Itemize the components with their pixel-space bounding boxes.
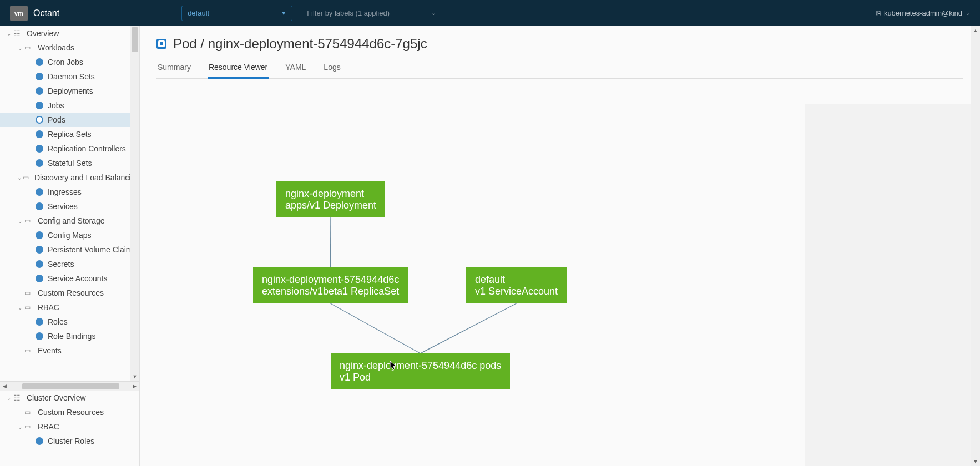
nav-item-replication-controllers[interactable]: Replication Controllers <box>0 141 139 156</box>
nav-label: Custom Resources <box>38 408 104 417</box>
nav-item-stateful-sets[interactable]: Stateful Sets <box>0 156 139 170</box>
resource-icon <box>36 318 43 326</box>
nav-label: Services <box>48 202 78 211</box>
nav-item-deployments[interactable]: Deployments <box>0 84 139 98</box>
node-kind: v1 ServiceAccount <box>475 286 558 297</box>
graph-node-replicaset[interactable]: nginx-deployment-5754944d6cextensions/v1… <box>253 267 408 303</box>
tab-logs[interactable]: Logs <box>322 59 341 79</box>
sidebar: ⌄☷Overview⌄▭WorkloadsCron JobsDaemon Set… <box>0 26 140 466</box>
nav-item-role-bindings[interactable]: Role Bindings <box>0 329 139 343</box>
node-kind: extensions/v1beta1 ReplicaSet <box>262 286 399 297</box>
nav-group-events[interactable]: ▭Events <box>0 343 139 358</box>
sidebar-scrollbar-horizontal[interactable]: ◀ ▶ <box>0 381 139 391</box>
folder-icon: ▭ <box>24 44 34 52</box>
nav-item-cron-jobs[interactable]: Cron Jobs <box>0 55 139 69</box>
nav-label: Jobs <box>48 101 64 110</box>
label-filter-select[interactable]: Filter by labels (1 applied) ⌄ <box>304 6 439 21</box>
chevron-down-icon: ⌄ <box>16 45 24 51</box>
nav-group-rbac[interactable]: ⌄▭RBAC <box>0 300 139 315</box>
filter-label: Filter by labels (1 applied) <box>307 9 390 17</box>
nav-group-config-and-storage[interactable]: ⌄▭Config and Storage <box>0 214 139 228</box>
nav-group-discovery-and-load-balancing[interactable]: ⌄▭Discovery and Load Balancing <box>0 170 139 185</box>
graph-node-deployment[interactable]: nginx-deploymentapps/v1 Deployment <box>276 181 385 217</box>
nav-label: Custom Resources <box>38 288 104 297</box>
scroll-left-icon[interactable]: ◀ <box>0 382 9 391</box>
nav-item-secrets[interactable]: Secrets <box>0 257 139 271</box>
graph-node-serviceaccount[interactable]: defaultv1 ServiceAccount <box>466 267 567 303</box>
nav-label: Events <box>38 346 62 355</box>
resource-graph[interactable]: nginx-deploymentapps/v1 Deploymentnginx-… <box>156 79 689 412</box>
nav-label: Pods <box>48 115 65 124</box>
folder-icon: ▭ <box>24 289 34 297</box>
cluster-icon: ⎘ <box>876 9 881 17</box>
nav-item-services[interactable]: Services <box>0 199 139 214</box>
pod-icon <box>156 39 166 49</box>
tab-summary[interactable]: Summary <box>156 59 192 79</box>
chevron-down-icon: ▼ <box>281 10 286 16</box>
svg-line-0 <box>331 217 331 267</box>
tab-yaml[interactable]: YAML <box>284 59 307 79</box>
scroll-right-icon[interactable]: ▶ <box>130 382 139 391</box>
main-scrollbar-vertical[interactable]: ▲ ▼ <box>971 26 980 466</box>
scroll-thumb[interactable] <box>132 27 138 52</box>
nav-group-workloads[interactable]: ⌄▭Workloads <box>0 40 139 55</box>
folder-icon: ▭ <box>24 303 34 311</box>
nav-label: Secrets <box>48 260 74 269</box>
cluster-context-select[interactable]: ⎘ kubernetes-admin@kind ⌄ <box>876 9 970 17</box>
scroll-up-icon[interactable]: ▲ <box>971 26 980 35</box>
resource-icon <box>36 159 43 167</box>
resource-icon <box>36 246 43 254</box>
node-name: nginx-deployment <box>285 188 364 199</box>
detail-panel <box>805 104 971 466</box>
nav-item-config-maps[interactable]: Config Maps <box>0 228 139 242</box>
sidebar-scrollbar-vertical[interactable]: ▲ ▼ <box>130 26 139 381</box>
nav-item-cluster-roles[interactable]: Cluster Roles <box>0 434 139 448</box>
nav-item-pods[interactable]: Pods <box>0 113 139 127</box>
folder-icon: ▭ <box>23 174 31 181</box>
scroll-down-icon[interactable]: ▼ <box>130 372 139 381</box>
nav-label: Roles <box>48 317 68 326</box>
resource-icon <box>36 332 43 340</box>
nav-cluster-overview[interactable]: ⌄☷Cluster Overview <box>0 391 139 405</box>
nav-label: Replication Controllers <box>48 144 126 153</box>
nav-label: RBAC <box>38 422 59 431</box>
nav-label: Deployments <box>48 87 93 95</box>
nav-item-jobs[interactable]: Jobs <box>0 98 139 113</box>
nav-overview[interactable]: ⌄☷Overview <box>0 26 139 40</box>
resource-icon <box>36 260 43 268</box>
nav-item-roles[interactable]: Roles <box>0 315 139 329</box>
nav-group-rbac[interactable]: ⌄▭RBAC <box>0 419 139 434</box>
graph-node-pod[interactable]: nginx-deployment-5754944d6c podsv1 Pod <box>331 353 510 389</box>
resource-icon <box>36 130 43 138</box>
tab-resource-viewer[interactable]: Resource Viewer <box>208 59 269 79</box>
chevron-down-icon: ⌄ <box>966 10 970 16</box>
overview-icon: ☷ <box>13 29 23 38</box>
folder-icon: ▭ <box>24 408 34 416</box>
nav-label: Config and Storage <box>38 216 105 225</box>
nav-group-custom-resources[interactable]: ▭Custom Resources <box>0 286 139 300</box>
nav-label: Config Maps <box>48 231 92 240</box>
nav-label: Persistent Volume Claims <box>48 245 137 254</box>
nav-item-service-accounts[interactable]: Service Accounts <box>0 271 139 286</box>
resource-icon <box>36 73 43 80</box>
cluster-context-label: kubernetes-admin@kind <box>884 9 962 17</box>
namespace-select[interactable]: default ▼ <box>181 6 292 21</box>
nav-group-custom-resources[interactable]: ▭Custom Resources <box>0 405 139 419</box>
node-kind: v1 Pod <box>340 372 371 383</box>
resource-icon <box>36 202 43 210</box>
chevron-down-icon: ⌄ <box>16 175 23 181</box>
app-name: Octant <box>33 8 59 18</box>
folder-icon: ▭ <box>24 423 34 430</box>
svg-line-2 <box>421 303 517 353</box>
nav-label: Workloads <box>38 43 74 52</box>
scroll-down-icon[interactable]: ▼ <box>971 457 980 466</box>
nav-item-replica-sets[interactable]: Replica Sets <box>0 127 139 141</box>
folder-icon: ▭ <box>24 347 34 354</box>
resource-icon <box>36 102 43 109</box>
chevron-down-icon: ⌄ <box>16 424 24 430</box>
nav-item-daemon-sets[interactable]: Daemon Sets <box>0 69 139 84</box>
nav-item-ingresses[interactable]: Ingresses <box>0 185 139 199</box>
scroll-thumb[interactable] <box>22 383 119 389</box>
node-name: default <box>475 274 505 285</box>
nav-item-persistent-volume-claims[interactable]: Persistent Volume Claims <box>0 242 139 257</box>
